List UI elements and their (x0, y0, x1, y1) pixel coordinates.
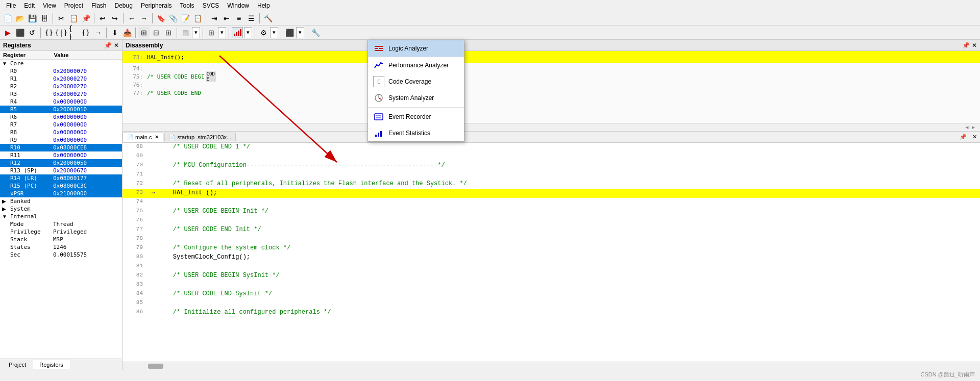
code-panel-pin-btn[interactable]: 📌 (958, 132, 969, 143)
paste-btn[interactable]: 📌 (80, 13, 91, 24)
disasm-close-btn[interactable]: ✕ (972, 42, 977, 49)
analysis-btn[interactable] (232, 27, 243, 38)
dropdown-menu[interactable]: Logic Analyzer Performance Analyzer C Co… (368, 40, 464, 142)
debug-start-btn[interactable]: ▶ (2, 27, 13, 38)
save-all-btn[interactable]: 🗄 (39, 13, 50, 24)
banked-expand-icon[interactable]: ▶ (2, 198, 10, 204)
reg-r6[interactable]: R60x00000000 (0, 113, 122, 121)
build-btn[interactable]: 🔨 (262, 13, 274, 24)
system-expand-icon[interactable]: ▶ (2, 206, 10, 212)
format-btn[interactable]: ≡ (233, 13, 244, 24)
screen-btn[interactable]: ⬛ (284, 27, 295, 38)
bookmark2-btn[interactable]: 📎 (167, 13, 179, 24)
menu-item-logic-analyzer[interactable]: Logic Analyzer (368, 40, 464, 57)
bookmark-btn[interactable]: 🔖 (155, 13, 166, 24)
reg-r5[interactable]: R50x20000010 (0, 106, 122, 113)
layout-btn[interactable]: ⊞ (206, 27, 217, 38)
settings-dropdown[interactable]: ▾ (270, 27, 278, 38)
menu-help[interactable]: Help (253, 1, 274, 10)
menu-item-performance-analyzer[interactable]: Performance Analyzer (368, 57, 464, 73)
menu-svcs[interactable]: SVCS (199, 1, 224, 10)
tree-group-internal[interactable]: ▼ Internal (0, 213, 122, 220)
save-btn[interactable]: 💾 (27, 13, 38, 24)
menu-file[interactable]: File (2, 1, 20, 10)
nav-fwd-btn[interactable]: → (138, 13, 150, 24)
tree-group-system[interactable]: ▶ System (0, 205, 122, 213)
menu-tools[interactable]: Tools (176, 1, 199, 10)
tree-group-core[interactable]: ▼ Core (0, 60, 122, 67)
layout-dropdown[interactable]: ▾ (218, 27, 226, 38)
code-content[interactable]: 68 /* USER CODE END 1 */ 69 70 /* MCU Co… (122, 143, 980, 362)
code-hscroll[interactable] (122, 362, 980, 370)
cut-btn[interactable]: ✂ (56, 13, 67, 24)
settings-btn[interactable]: ⚙ (258, 27, 269, 38)
brace4-btn[interactable]: {} (80, 27, 91, 38)
reg-r0[interactable]: R00x20000070 (0, 67, 122, 75)
disassembly-content[interactable]: 74: 75: /* USER CODE BEGI CODE 76: 77: /… (122, 63, 980, 123)
view-btn[interactable]: ▦ (180, 27, 191, 38)
menu-item-code-coverage[interactable]: C Code Coverage (368, 73, 464, 90)
flash-download-btn[interactable]: ⬇ (109, 27, 120, 38)
open-btn[interactable]: 📂 (14, 13, 26, 24)
tools-btn[interactable]: 🔧 (310, 27, 321, 38)
code-panel-close-btn[interactable]: ✕ (969, 132, 980, 143)
outdent-btn[interactable]: ⇤ (221, 13, 232, 24)
reg-r8[interactable]: R80x00000000 (0, 129, 122, 136)
panel-close-btn[interactable]: ✕ (114, 42, 119, 49)
reg-r9[interactable]: R90x00000000 (0, 136, 122, 144)
reg-r15[interactable]: R15 (PC)0x08000C3C (0, 182, 122, 190)
menu-edit[interactable]: Edit (20, 1, 39, 10)
reg-r11[interactable]: R110x00000000 (0, 151, 122, 159)
reg-r7[interactable]: R70x00000000 (0, 121, 122, 129)
debug-stop-btn[interactable]: ⬛ (14, 27, 26, 38)
brace3-btn[interactable]: { } (68, 27, 79, 38)
menu-item-system-analyzer[interactable]: System Analyzer (368, 90, 464, 106)
undo-btn[interactable]: ↩ (97, 13, 108, 24)
tab-startup[interactable]: 📄 startup_stm32f103x... (164, 133, 236, 141)
reg-xpsr[interactable]: xPSR0x21000000 (0, 190, 122, 197)
reg-r4[interactable]: R40x00000000 (0, 98, 122, 106)
reg-r1[interactable]: R10x20000270 (0, 75, 122, 83)
tab-registers[interactable]: Registers (33, 360, 69, 369)
menu-debug[interactable]: Debug (111, 1, 137, 10)
indent-btn[interactable]: ⇥ (209, 13, 220, 24)
disasm-pin-btn[interactable]: 📌 (962, 42, 970, 49)
menu-flash[interactable]: Flash (87, 1, 110, 10)
tab-project[interactable]: Project (2, 360, 33, 369)
reg-r3[interactable]: R30x20000270 (0, 90, 122, 98)
tree-group-banked[interactable]: ▶ Banked (0, 197, 122, 205)
reg-r13[interactable]: R13 (SP)0x20000670 (0, 167, 122, 174)
reg-r2[interactable]: R20x20000270 (0, 83, 122, 90)
reg-r14[interactable]: R14 (LR)0x08000177 (0, 174, 122, 182)
brace2-btn[interactable]: {|} (56, 27, 67, 38)
new-file-btn[interactable]: 📄 (2, 13, 13, 24)
format2-btn[interactable]: ☰ (246, 13, 257, 24)
step-btn[interactable]: ⊞ (138, 27, 150, 38)
core-expand-icon[interactable]: ▼ (2, 61, 10, 66)
menu-peripherals[interactable]: Peripherals (137, 1, 176, 10)
menu-project[interactable]: Project (60, 1, 87, 10)
reg-r10[interactable]: R100x08000CE8 (0, 144, 122, 151)
flash2-btn[interactable]: 📥 (121, 27, 133, 38)
debug-reset-btn[interactable]: ↺ (27, 27, 38, 38)
target-btn[interactable]: ⊞ (163, 27, 174, 38)
screen-dropdown[interactable]: ▾ (296, 27, 304, 38)
internal-expand-icon[interactable]: ▼ (2, 214, 10, 219)
bookmark3-btn[interactable]: 📝 (180, 13, 191, 24)
main-c-close-btn[interactable]: ✕ (155, 134, 159, 140)
copy-btn[interactable]: 📋 (68, 13, 79, 24)
menu-item-event-statistics[interactable]: Event Statistics (368, 125, 464, 141)
step2-btn[interactable]: ⊟ (151, 27, 162, 38)
menu-view[interactable]: View (39, 1, 60, 10)
arrow-btn[interactable]: → (92, 27, 104, 38)
disasm-hscroll[interactable]: ◄ ► (122, 123, 980, 131)
brace1-btn[interactable]: {} (43, 27, 55, 38)
bookmark4-btn[interactable]: 📋 (192, 13, 203, 24)
panel-pin-btn[interactable]: 📌 (104, 42, 112, 49)
redo-btn[interactable]: ↪ (109, 13, 120, 24)
menu-window[interactable]: Window (223, 1, 253, 10)
view-dropdown[interactable]: ▾ (192, 27, 200, 38)
analysis-dropdown[interactable]: ▾ (244, 27, 252, 38)
menu-item-event-recorder[interactable]: Event Recorder (368, 109, 464, 125)
tab-main-c[interactable]: 📄 main.c ✕ (122, 133, 163, 142)
